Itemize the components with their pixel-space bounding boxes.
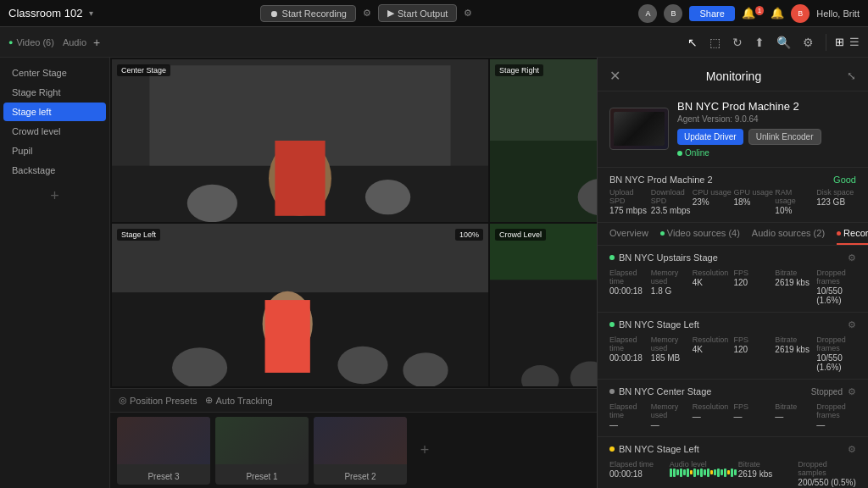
bar-10: [700, 469, 703, 477]
recording-section-upstairs: BN NYC Upstairs Stage ⚙ Elapsed time 00:…: [598, 246, 868, 313]
crop-tool-button[interactable]: ⬚: [706, 34, 724, 51]
bar-1: [670, 469, 672, 477]
audio-recording-dot: [609, 446, 615, 452]
video-sources-dot: [660, 231, 665, 236]
stageleft-dropped: Dropped frames 10/550 (1.6%): [816, 336, 856, 372]
monitoring-body: BN NYC Upstairs Stage ⚙ Elapsed time 00:…: [598, 246, 868, 489]
monitoring-expand-button[interactable]: ⤡: [847, 69, 856, 82]
app-dropdown-arrow[interactable]: ▾: [89, 8, 93, 18]
video-pct-stage-left: 100%: [455, 229, 483, 241]
center-resolution: Resolution —: [693, 402, 732, 430]
tab-overview[interactable]: Overview: [609, 223, 648, 245]
start-recording-button[interactable]: ⏺ Start Recording: [260, 5, 356, 22]
sidebar-item-stage-left[interactable]: Stage left: [3, 103, 106, 121]
audio-settings-icon[interactable]: ⚙: [848, 444, 856, 455]
sidebar-item-stage-right[interactable]: Stage Right: [3, 83, 106, 102]
settings-tool-button[interactable]: ⚙: [799, 34, 817, 51]
recording-section-stage-left: BN NYC Stage Left ⚙ Elapsed time 00:00:1…: [598, 313, 868, 380]
bar-19: [731, 469, 733, 477]
online-status-badge: Online: [677, 148, 709, 158]
add-source-button[interactable]: +: [90, 34, 103, 51]
notifications-icon[interactable]: 🔔1: [742, 7, 764, 19]
audio-source-label: Audio: [63, 37, 86, 47]
audio-section-header: BN NYC Stage Left ⚙: [609, 444, 856, 455]
update-driver-button[interactable]: Update Driver: [677, 129, 743, 145]
bell-icon-2[interactable]: 🔔: [771, 7, 784, 19]
center-settings-icon[interactable]: ⚙: [848, 386, 856, 397]
bar-18: [727, 470, 730, 474]
tab-video-sources[interactable]: Video sources (4): [660, 223, 740, 245]
center-status-area: Stopped ⚙: [811, 386, 856, 397]
upstairs-elapsed: Elapsed time 00:00:18: [609, 269, 649, 305]
share-button[interactable]: Share: [689, 6, 734, 21]
video-cell-center-stage: Center Stage: [112, 59, 488, 222]
monitoring-tabs: Overview Video sources (4) Audio sources…: [598, 223, 868, 246]
preset-thumb-2[interactable]: Preset 2: [314, 417, 407, 485]
toolbar-separator: [826, 34, 826, 51]
user-avatar-main[interactable]: B: [791, 4, 810, 23]
sidebar: Center Stage Stage Right Stage left Crow…: [0, 58, 110, 488]
bar-16: [721, 469, 723, 475]
video-label-stage-right: Stage Right: [495, 64, 543, 76]
svg-point-5: [187, 185, 237, 222]
stageleft-settings-icon[interactable]: ⚙: [848, 319, 856, 330]
svg-rect-18: [265, 300, 310, 373]
stageleft-bitrate: Bitrate 2619 kbs: [775, 336, 815, 372]
bar-8: [693, 469, 696, 477]
center-fps: FPS —: [733, 402, 773, 430]
video-cell-stage-left: Stage Left 100%: [112, 224, 488, 386]
start-output-button[interactable]: ▶ Start Output: [378, 4, 457, 22]
zoom-tool-button[interactable]: 🔍: [773, 34, 794, 51]
monitoring-close-button[interactable]: ✕: [609, 68, 620, 84]
stageleft-fps: FPS 120: [733, 336, 773, 372]
audio-section-title: BN NYC Stage Left: [609, 444, 699, 454]
preset-thumb-3[interactable]: Preset 3: [117, 417, 210, 485]
grid-view-button[interactable]: ⊞: [835, 36, 844, 48]
position-icon: ◎: [119, 395, 127, 406]
bar-14: [714, 469, 716, 475]
sidebar-item-backstage[interactable]: Backstage: [3, 161, 106, 180]
svg-rect-4: [275, 141, 325, 216]
video-label-center-stage: Center Stage: [117, 64, 170, 76]
cursor-tool-button[interactable]: ↖: [684, 34, 701, 51]
topbar-left: Classroom 102 ▾: [8, 7, 93, 19]
stats-header: BN NYC Prod Machine 2 Good: [609, 175, 856, 185]
stat-ram: RAM usage 10%: [775, 188, 815, 215]
audio-level-bars: [670, 469, 737, 477]
rec-section-stageleft-header: BN NYC Stage Left ⚙: [609, 319, 856, 330]
bar-9: [697, 469, 699, 475]
center-stopped-dot: [609, 389, 615, 394]
bar-3: [676, 469, 679, 475]
upstairs-settings-icon[interactable]: ⚙: [848, 252, 856, 263]
recording-dot: [837, 231, 841, 236]
video-label-crowd: Crowd Level: [495, 229, 546, 241]
sidebar-item-pupil[interactable]: Pupil: [3, 141, 106, 160]
recording-settings-icon[interactable]: ⚙: [363, 8, 371, 19]
sidebar-add-button[interactable]: +: [0, 180, 109, 212]
preset-thumb-1[interactable]: Preset 1: [215, 417, 309, 485]
unlink-encoder-button[interactable]: Unlink Encoder: [748, 129, 821, 145]
bar-17: [724, 469, 726, 477]
auto-tracking-button[interactable]: ⊕ Auto Tracking: [205, 395, 272, 406]
video-label-stage-left: Stage Left: [117, 229, 160, 241]
stat-download-spd: Download SPD 23.5 mbps: [651, 188, 691, 215]
sidebar-item-crowd-level[interactable]: Crowd level: [3, 122, 106, 141]
center-bitrate: Bitrate —: [775, 402, 815, 430]
toolbar: ● Video (6) Audio + ↖ ⬚ ↻ ⬆ 🔍 ⚙ ⊞ ☰: [0, 27, 868, 58]
machine-screen: [614, 112, 665, 146]
list-view-button[interactable]: ☰: [849, 36, 860, 48]
rec-section-upstairs-header: BN NYC Upstairs Stage ⚙: [609, 252, 856, 263]
source-indicator-icon: ●: [8, 38, 13, 47]
preset-add-button[interactable]: +: [412, 417, 437, 485]
output-settings-icon[interactable]: ⚙: [464, 8, 472, 19]
position-presets-button[interactable]: ◎ Position Presets: [119, 395, 197, 406]
sidebar-item-center-stage[interactable]: Center Stage: [3, 64, 106, 82]
tab-audio-sources[interactable]: Audio sources (2): [752, 223, 825, 245]
machine-thumbnail: [609, 108, 669, 150]
rotate-tool-button[interactable]: ↻: [729, 34, 746, 51]
upstairs-recording-dot: [609, 255, 615, 260]
tab-recording[interactable]: Recording: [837, 223, 868, 245]
rec-section-upstairs-title: BN NYC Upstairs Stage: [609, 252, 718, 263]
upstairs-resolution: Resolution 4K: [693, 269, 732, 305]
upload-tool-button[interactable]: ⬆: [751, 34, 768, 51]
